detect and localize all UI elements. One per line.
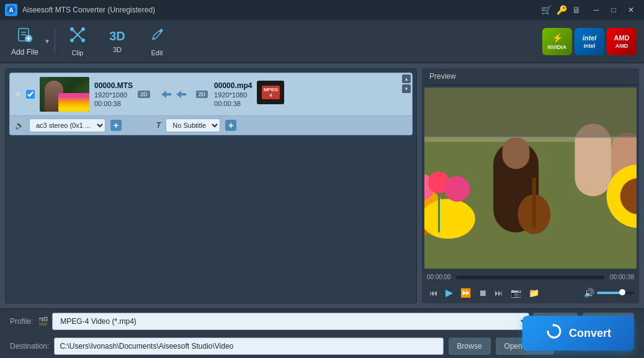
- time-start: 00:00:00: [427, 274, 451, 280]
- fast-forward-button[interactable]: ⏩: [458, 287, 473, 299]
- add-file-icon: [16, 26, 34, 45]
- progress-row: 00:00:00 00:00:38: [422, 271, 639, 283]
- play-button[interactable]: ▶: [443, 285, 455, 300]
- svg-point-37: [444, 176, 470, 202]
- audio-add-button[interactable]: +: [110, 120, 122, 131]
- file-list: ✕ 00000.MTS 1920*1080 00:00:38 2D: [5, 68, 417, 303]
- thumbnail-image: [40, 77, 89, 112]
- gpu-badges: ⚡ NVIDIA intel Intel AMD AMD: [542, 28, 637, 55]
- profile-select-wrap: 🎬 MPEG-4 Video (*.mp4) ▼: [38, 313, 528, 330]
- app-title: Aiseesoft MTS Converter (Unregistered): [22, 6, 541, 14]
- convert-icon: [545, 323, 563, 344]
- subtitle-add-button[interactable]: +: [225, 120, 236, 131]
- folder-button[interactable]: 📁: [526, 287, 542, 299]
- time-end: 00:00:38: [610, 274, 634, 280]
- svg-marker-17: [161, 91, 171, 98]
- 3d-label: 3D: [113, 46, 122, 53]
- svg-point-10: [70, 27, 74, 31]
- key-icon[interactable]: 🔑: [557, 5, 567, 15]
- main-area: ✕ 00000.MTS 1920*1080 00:00:38 2D: [0, 63, 644, 308]
- intel-badge: intel Intel: [575, 28, 604, 55]
- volume-group: 🔊: [584, 288, 634, 298]
- browse-button[interactable]: Browse: [449, 338, 491, 355]
- 3d-button[interactable]: 3D 3D: [97, 23, 137, 60]
- file-item-top: ✕ 00000.MTS 1920*1080 00:00:38 2D: [9, 73, 413, 116]
- nvidia-logo: ⚡: [552, 33, 563, 43]
- nvidia-label: NVIDIA: [548, 44, 567, 50]
- snapshot-button[interactable]: 📷: [508, 287, 524, 299]
- intel-logo: intel: [583, 34, 597, 42]
- svg-point-12: [81, 27, 85, 31]
- scroll-up-button[interactable]: ▲: [402, 74, 411, 83]
- convert-button[interactable]: Convert: [522, 316, 634, 351]
- add-file-label: Add File: [11, 48, 38, 56]
- add-file-dropdown-arrow[interactable]: ▼: [42, 23, 52, 60]
- profile-icon: 🎬: [38, 316, 48, 326]
- svg-point-16: [159, 30, 162, 32]
- title-bar: A Aiseesoft MTS Converter (Unregistered)…: [0, 0, 644, 20]
- svg-point-11: [70, 38, 74, 42]
- skip-back-button[interactable]: ⏮: [427, 287, 441, 299]
- file-source-info: 00000.MTS 1920*1080 00:00:38: [94, 81, 133, 107]
- convert-label: Convert: [569, 327, 611, 340]
- svg-rect-40: [424, 87, 637, 137]
- close-button[interactable]: ✕: [623, 4, 639, 16]
- scroll-down-button[interactable]: ▼: [402, 84, 411, 93]
- convert-arrows: [156, 88, 191, 101]
- player-controls: ⏮ ▶ ⏩ ⏹ ⏭ 📷 📁 🔊: [422, 283, 639, 303]
- toolbar-divider-1: [55, 29, 55, 54]
- format-badge: MPEG4: [257, 81, 289, 108]
- clip-label: Clip: [72, 49, 84, 56]
- clip-button[interactable]: Clip: [58, 23, 97, 60]
- destination-input[interactable]: [54, 338, 443, 355]
- clip-icon: [69, 27, 86, 47]
- title-icons: 🛒 🔑 🖥: [541, 5, 581, 15]
- svg-marker-42: [552, 323, 554, 327]
- source-resolution: 1920*1080: [94, 91, 133, 99]
- file-card: ✕ 00000.MTS 1920*1080 00:00:38 2D: [9, 73, 413, 135]
- maximize-button[interactable]: □: [606, 4, 622, 16]
- app-logo: A: [5, 4, 17, 16]
- audio-icon: 🔊: [15, 121, 24, 130]
- output-duration: 00:00:38: [214, 100, 252, 107]
- preview-video: [424, 87, 637, 269]
- progress-track[interactable]: [456, 275, 605, 279]
- preview-panel: Preview: [422, 68, 639, 303]
- cart-icon[interactable]: 🛒: [541, 5, 552, 15]
- file-close-button[interactable]: ✕: [15, 90, 21, 99]
- svg-point-13: [81, 38, 85, 42]
- edit-button[interactable]: Edit: [137, 23, 177, 60]
- toolbar: Add File ▼ Clip 3D 3D Edi: [0, 20, 644, 63]
- profile-label: Profile:: [10, 317, 33, 326]
- volume-slider[interactable]: [597, 292, 634, 294]
- amd-logo: AMD: [614, 34, 629, 42]
- stop-button[interactable]: ⏹: [476, 287, 490, 299]
- profile-select[interactable]: MPEG-4 Video (*.mp4): [52, 313, 529, 330]
- minimize-button[interactable]: ─: [588, 4, 604, 16]
- output-filename: 00000.mp4: [214, 81, 252, 90]
- volume-icon: 🔊: [584, 288, 594, 298]
- file-output-info: 00000.mp4 1920*1080 00:00:38: [214, 81, 252, 107]
- monitor-icon[interactable]: 🖥: [572, 5, 581, 15]
- add-file-group: Add File ▼: [7, 23, 52, 60]
- output-2d-badge: 2D: [196, 91, 208, 98]
- preview-image: [424, 87, 637, 269]
- audio-track-select[interactable]: ac3 stereo (0x1 ...: [29, 119, 105, 132]
- file-checkbox[interactable]: [26, 90, 35, 99]
- 3d-icon: 3D: [109, 29, 125, 43]
- source-2d-badge: 2D: [138, 91, 150, 98]
- nvidia-badge: ⚡ NVIDIA: [542, 28, 572, 55]
- subtitle-icon: T: [156, 121, 161, 130]
- amd-label: AMD: [615, 43, 628, 49]
- window-controls: ─ □ ✕: [588, 4, 639, 16]
- add-file-button[interactable]: Add File: [7, 23, 42, 60]
- skip-forward-button[interactable]: ⏭: [492, 287, 506, 299]
- svg-text:A: A: [9, 7, 13, 14]
- subtitle-select[interactable]: No Subtitle: [166, 119, 220, 132]
- amd-badge: AMD AMD: [607, 28, 637, 55]
- edit-icon: [149, 27, 165, 47]
- volume-thumb: [619, 289, 625, 295]
- output-resolution: 1920*1080: [214, 91, 252, 99]
- file-thumbnail: [40, 77, 89, 112]
- mpeg-badge-label: MPEG4: [262, 86, 280, 99]
